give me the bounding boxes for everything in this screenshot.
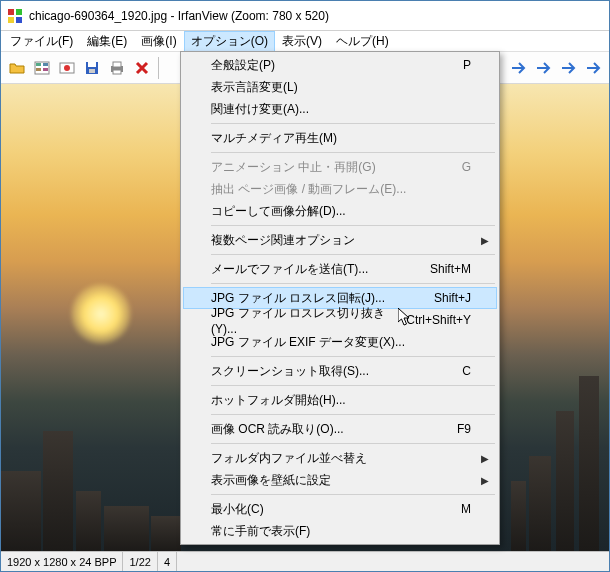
svg-rect-3	[16, 17, 22, 23]
menu-item-shortcut: P	[463, 58, 471, 72]
menu-item-label: ホットフォルダ開始(H)...	[211, 392, 471, 409]
menu-item-shortcut: F9	[457, 422, 471, 436]
menu-item-15[interactable]: JPG ファイル ロスレス切り抜き(Y)...Ctrl+Shift+Y	[183, 309, 497, 331]
menu-item-label: 複数ページ関連オプション	[211, 232, 471, 249]
menu-item-2[interactable]: 関連付け変更(A)...	[183, 98, 497, 120]
status-page: 1/22	[123, 552, 157, 571]
menu-item-label: 画像 OCR 読み取り(O)...	[211, 421, 457, 438]
menu-item-label: 全般設定(P)	[211, 57, 463, 74]
svg-rect-12	[88, 62, 96, 67]
menu-item-18[interactable]: スクリーンショット取得(S)...C	[183, 360, 497, 382]
save-button[interactable]	[80, 56, 104, 80]
titlebar: chicago-690364_1920.jpg - IrfanView (Zoo…	[1, 1, 609, 31]
menu-item-label: コピーして画像分解(D)...	[211, 203, 471, 220]
menu-item-22[interactable]: 画像 OCR 読み取り(O)...F9	[183, 418, 497, 440]
slideshow-button[interactable]	[55, 56, 79, 80]
menu-separator	[211, 225, 495, 226]
menu-item-label: JPG ファイル EXIF データ変更(X)...	[211, 334, 471, 351]
menu-item-label: メールでファイルを送信(T)...	[211, 261, 430, 278]
menu-item-12[interactable]: メールでファイルを送信(T)...Shift+M	[183, 258, 497, 280]
menu-item-0[interactable]: 全般設定(P)P	[183, 54, 497, 76]
menu-item-shortcut: Ctrl+Shift+Y	[406, 313, 471, 327]
menu-image[interactable]: 画像(I)	[134, 31, 183, 52]
menu-item-shortcut: Shift+J	[434, 291, 471, 305]
svg-point-10	[64, 65, 70, 71]
menu-separator	[211, 356, 495, 357]
thumbnails-button[interactable]	[30, 56, 54, 80]
menu-file[interactable]: ファイル(F)	[3, 31, 80, 52]
menu-separator	[211, 443, 495, 444]
menu-item-16[interactable]: JPG ファイル EXIF データ変更(X)...	[183, 331, 497, 353]
menu-item-shortcut: G	[462, 160, 471, 174]
menu-item-shortcut: C	[462, 364, 471, 378]
menu-separator	[211, 494, 495, 495]
menu-item-27[interactable]: 最小化(C)M	[183, 498, 497, 520]
statusbar: 1920 x 1280 x 24 BPP 1/22 4	[1, 551, 609, 571]
menu-item-shortcut: M	[461, 502, 471, 516]
menu-item-4[interactable]: マルチメディア再生(M)	[183, 127, 497, 149]
options-menu: 全般設定(P)P表示言語変更(L)関連付け変更(A)...マルチメディア再生(M…	[180, 51, 500, 545]
menu-options[interactable]: オプション(O)	[184, 31, 275, 52]
menu-item-label: フォルダ内ファイル並べ替え	[211, 450, 471, 467]
menu-item-20[interactable]: ホットフォルダ開始(H)...	[183, 389, 497, 411]
menu-separator	[211, 254, 495, 255]
cursor-icon	[398, 308, 414, 331]
prev-page-button[interactable]	[531, 56, 555, 80]
menu-separator	[211, 123, 495, 124]
menu-item-6: アニメーション 中止・再開(G)G	[183, 156, 497, 178]
menu-separator	[211, 283, 495, 284]
menu-separator	[211, 414, 495, 415]
menu-edit[interactable]: 編集(E)	[80, 31, 134, 52]
status-extra: 4	[158, 552, 177, 571]
menu-item-label: 関連付け変更(A)...	[211, 101, 471, 118]
svg-rect-16	[113, 70, 121, 74]
menubar: ファイル(F)編集(E)画像(I)オプション(O)表示(V)ヘルプ(H)	[1, 31, 609, 52]
menu-item-shortcut: Shift+M	[430, 262, 471, 276]
next-button[interactable]	[506, 56, 530, 80]
menu-item-label: 表示言語変更(L)	[211, 79, 471, 96]
image-sun	[71, 284, 131, 344]
menu-item-24[interactable]: フォルダ内ファイル並べ替え▶	[183, 447, 497, 469]
menu-item-label: マルチメディア再生(M)	[211, 130, 471, 147]
window-title: chicago-690364_1920.jpg - IrfanView (Zoo…	[29, 9, 329, 23]
submenu-arrow-icon: ▶	[481, 235, 489, 246]
menu-item-1[interactable]: 表示言語変更(L)	[183, 76, 497, 98]
svg-rect-0	[8, 9, 14, 15]
menu-help[interactable]: ヘルプ(H)	[329, 31, 396, 52]
svg-rect-7	[36, 68, 41, 71]
menu-item-8[interactable]: コピーして画像分解(D)...	[183, 200, 497, 222]
svg-rect-15	[113, 62, 121, 67]
menu-item-10[interactable]: 複数ページ関連オプション▶	[183, 229, 497, 251]
menu-separator	[211, 385, 495, 386]
submenu-arrow-icon: ▶	[481, 453, 489, 464]
status-dimensions: 1920 x 1280 x 24 BPP	[1, 552, 123, 571]
next-page-button[interactable]	[581, 56, 605, 80]
toolbar-separator	[158, 57, 159, 79]
menu-item-label: 抽出 ページ画像 / 動画フレーム(E)...	[211, 181, 471, 198]
next-page-button[interactable]	[556, 56, 580, 80]
menu-item-label: 最小化(C)	[211, 501, 461, 518]
svg-rect-8	[43, 68, 48, 71]
svg-rect-1	[16, 9, 22, 15]
submenu-arrow-icon: ▶	[481, 475, 489, 486]
svg-rect-2	[8, 17, 14, 23]
print-button[interactable]	[105, 56, 129, 80]
menu-item-label: アニメーション 中止・再開(G)	[211, 159, 462, 176]
menu-item-7: 抽出 ページ画像 / 動画フレーム(E)...	[183, 178, 497, 200]
svg-rect-13	[89, 69, 95, 73]
menu-item-25[interactable]: 表示画像を壁紙に設定▶	[183, 469, 497, 491]
svg-rect-5	[36, 63, 41, 66]
menu-item-28[interactable]: 常に手前で表示(F)	[183, 520, 497, 542]
delete-button[interactable]	[130, 56, 154, 80]
menu-separator	[211, 152, 495, 153]
menu-item-label: スクリーンショット取得(S)...	[211, 363, 462, 380]
menu-view[interactable]: 表示(V)	[275, 31, 329, 52]
menu-item-label: 表示画像を壁紙に設定	[211, 472, 471, 489]
menu-item-label: 常に手前で表示(F)	[211, 523, 471, 540]
open-button[interactable]	[5, 56, 29, 80]
app-icon	[7, 8, 23, 24]
svg-rect-6	[43, 63, 48, 66]
